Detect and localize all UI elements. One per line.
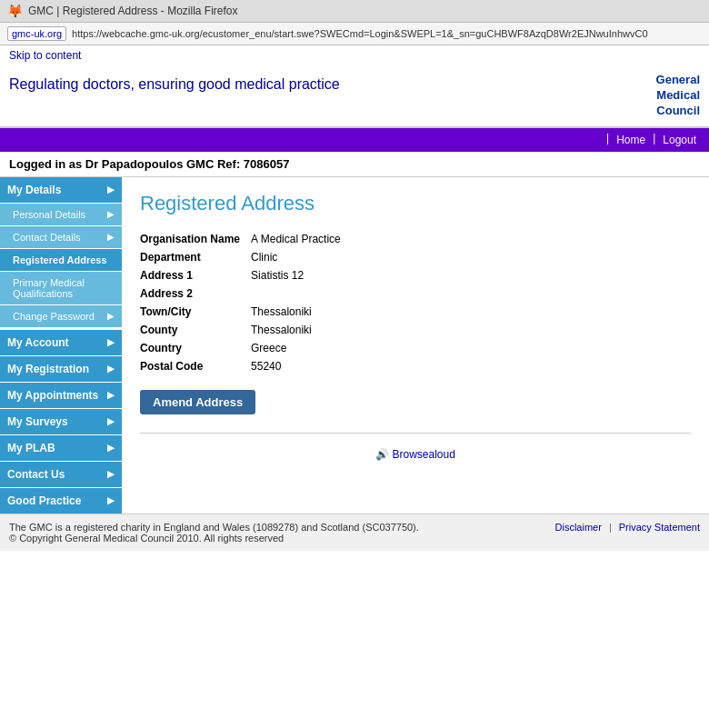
my-details-label: My Details xyxy=(7,184,61,196)
site-logo: General Medical Council xyxy=(656,73,700,119)
site-header: Regulating doctors, ensuring good medica… xyxy=(0,65,709,128)
my-account-arrow: ▶ xyxy=(107,337,115,347)
my-surveys-label: My Surveys xyxy=(7,415,68,428)
my-surveys-arrow: ▶ xyxy=(107,416,115,426)
sidebar-item-personal-details[interactable]: Personal Details ▶ xyxy=(0,203,122,225)
sidebar-item-my-surveys[interactable]: My Surveys ▶ xyxy=(0,408,122,434)
browsealoud-icon: 🔊 xyxy=(375,448,389,461)
browsealoud-link[interactable]: Browsealoud xyxy=(392,448,454,461)
footer: The GMC is a registered charity in Engla… xyxy=(0,514,709,551)
address-field-value: Clinic xyxy=(251,248,348,266)
my-registration-label: My Registration xyxy=(7,363,89,375)
address-field-label: County xyxy=(140,321,251,339)
address-field-value: Siatistis 12 xyxy=(251,266,348,284)
sidebar-item-my-plab[interactable]: My PLAB ▶ xyxy=(0,434,122,461)
sidebar-item-registered-address[interactable]: Registered Address xyxy=(0,248,122,271)
sidebar-item-my-registration[interactable]: My Registration ▶ xyxy=(0,355,122,382)
site-tagline: Regulating doctors, ensuring good medica… xyxy=(9,76,340,93)
firefox-icon: 🦊 xyxy=(7,4,23,18)
sidebar-item-good-practice[interactable]: Good Practice ▶ xyxy=(0,487,122,514)
main-layout: My Details ▶ Personal Details ▶ Contact … xyxy=(0,177,709,514)
address-field-value: Thessaloniki xyxy=(251,303,348,321)
my-appointments-arrow: ▶ xyxy=(107,390,115,400)
my-appointments-label: My Appointments xyxy=(7,389,98,402)
address-field-value: Greece xyxy=(251,339,348,357)
sidebar: My Details ▶ Personal Details ▶ Contact … xyxy=(0,177,122,514)
footer-left: The GMC is a registered charity in Engla… xyxy=(9,522,555,544)
logout-link[interactable]: Logout xyxy=(659,132,700,148)
address-row: CountryGreece xyxy=(140,339,348,357)
address-row: Town/CityThessaloniki xyxy=(140,303,348,321)
address-row: Address 1Siatistis 12 xyxy=(140,266,348,284)
logged-in-text: Logged in as Dr Papadopoulos GMC Ref: 70… xyxy=(9,157,289,171)
footer-right: Disclaimer | Privacy Statement xyxy=(555,522,700,533)
browser-title-bar: 🦊 GMC | Registered Address - Mozilla Fir… xyxy=(0,0,709,23)
primary-qualifications-label: Primary Medical Qualifications xyxy=(13,277,115,299)
address-field-value: A Medical Practice xyxy=(251,230,348,248)
contact-details-label: Contact Details xyxy=(13,232,81,243)
content-area: Registered Address Organisation NameA Me… xyxy=(122,177,709,483)
domain-label[interactable]: gmc-uk.org xyxy=(7,26,66,41)
my-details-section: My Details ▶ Personal Details ▶ Contact … xyxy=(0,177,122,327)
contact-us-label: Contact Us xyxy=(7,468,65,481)
personal-details-label: Personal Details xyxy=(13,209,85,220)
footer-line2: © Copyright General Medical Council 2010… xyxy=(9,533,555,544)
skip-link[interactable]: Skip to content xyxy=(0,45,709,65)
privacy-link[interactable]: Privacy Statement xyxy=(619,522,700,533)
sidebar-item-contact-us[interactable]: Contact Us ▶ xyxy=(0,461,122,487)
registered-address-label: Registered Address xyxy=(13,254,107,265)
browsealoud-bar: 🔊 Browsealoud xyxy=(140,433,691,468)
change-password-arrow: ▶ xyxy=(107,311,115,321)
address-row: CountyThessaloniki xyxy=(140,321,348,339)
sidebar-item-my-appointments[interactable]: My Appointments ▶ xyxy=(0,382,122,408)
address-field-label: Organisation Name xyxy=(140,230,251,248)
amend-address-button[interactable]: Amend Address xyxy=(140,390,255,414)
my-registration-arrow: ▶ xyxy=(107,364,115,374)
logged-in-bar: Logged in as Dr Papadopoulos GMC Ref: 70… xyxy=(0,152,709,177)
disclaimer-link[interactable]: Disclaimer xyxy=(555,522,602,533)
my-plab-arrow: ▶ xyxy=(107,443,115,453)
header-left: Regulating doctors, ensuring good medica… xyxy=(9,73,340,93)
address-field-value: 55240 xyxy=(251,357,348,375)
good-practice-arrow: ▶ xyxy=(107,495,115,505)
my-plab-label: My PLAB xyxy=(7,442,55,454)
address-field-label: Address 2 xyxy=(140,284,251,303)
my-account-label: My Account xyxy=(7,336,69,349)
personal-details-arrow: ▶ xyxy=(107,209,115,219)
my-details-arrow: ▶ xyxy=(107,184,115,194)
contact-us-arrow: ▶ xyxy=(107,469,115,479)
address-field-label: Postal Code xyxy=(140,357,251,375)
address-row: Address 2 xyxy=(140,284,348,303)
address-row: DepartmentClinic xyxy=(140,248,348,266)
address-row: Organisation NameA Medical Practice xyxy=(140,230,348,248)
nav-bar: | Home | Logout xyxy=(0,128,709,152)
address-row: Postal Code55240 xyxy=(140,357,348,375)
address-field-label: Country xyxy=(140,339,251,357)
change-password-label: Change Password xyxy=(13,311,95,322)
address-field-label: Address 1 xyxy=(140,266,251,284)
address-field-label: Department xyxy=(140,248,251,266)
address-field-value: Thessaloniki xyxy=(251,321,348,339)
address-field-label: Town/City xyxy=(140,303,251,321)
sidebar-item-contact-details[interactable]: Contact Details ▶ xyxy=(0,225,122,248)
page-title: Registered Address xyxy=(140,192,691,215)
sidebar-item-change-password[interactable]: Change Password ▶ xyxy=(0,304,122,327)
contact-details-arrow: ▶ xyxy=(107,232,115,242)
sidebar-item-primary-qualifications[interactable]: Primary Medical Qualifications xyxy=(0,271,122,304)
home-link[interactable]: Home xyxy=(613,132,649,148)
my-details-header[interactable]: My Details ▶ xyxy=(0,177,122,203)
browser-address-bar: gmc-uk.org https://webcache.gmc-uk.org/e… xyxy=(0,23,709,45)
address-table: Organisation NameA Medical PracticeDepar… xyxy=(140,230,348,375)
address-field-value xyxy=(251,284,348,303)
browser-title: GMC | Registered Address - Mozilla Firef… xyxy=(28,5,238,17)
footer-line1: The GMC is a registered charity in Engla… xyxy=(9,522,555,533)
sidebar-item-my-account[interactable]: My Account ▶ xyxy=(0,329,122,355)
url-bar[interactable]: https://webcache.gmc-uk.org/ecustomer_en… xyxy=(72,28,648,39)
good-practice-label: Good Practice xyxy=(7,494,81,507)
